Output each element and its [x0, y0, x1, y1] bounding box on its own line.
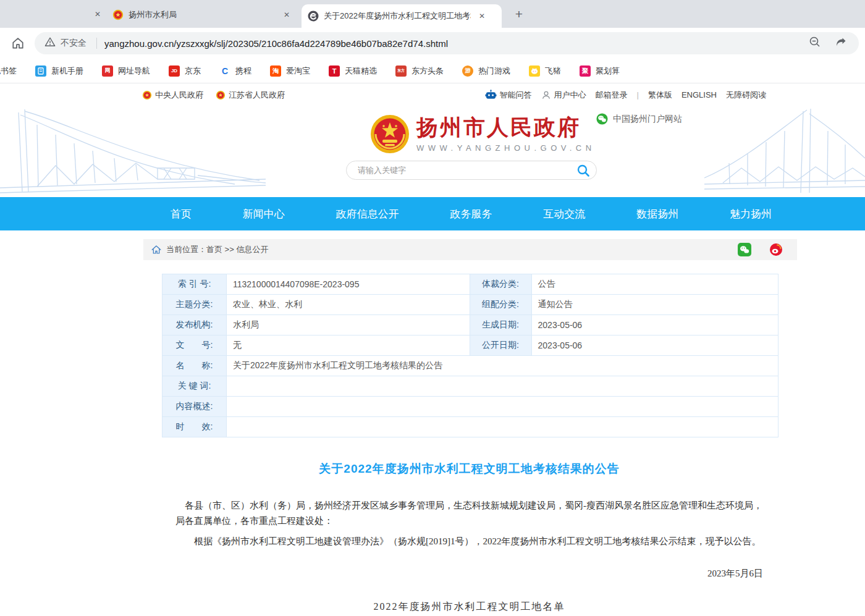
close-icon[interactable]: ✕	[476, 10, 488, 22]
site-search	[346, 161, 597, 180]
bookmark-label: 爱淘宝	[286, 65, 310, 77]
site-name: 扬州市人民政府	[416, 114, 596, 142]
address-bar[interactable]: 不安全 yangzhou.gov.cn/yzszxxgk/slj/202305/…	[35, 32, 859, 54]
nav-item-interaction[interactable]: 互动交流	[543, 207, 585, 221]
breadcrumb[interactable]: 当前位置：首页 >> 信息公开	[166, 244, 268, 255]
bookmark-label: 新机手册	[51, 65, 83, 77]
table-row: 关 键 词:	[162, 376, 778, 397]
site-e-favicon	[308, 11, 319, 22]
main-navigation: 首页 新闻中心 政府信息公开 政务服务 互动交流 数据扬州 魅力扬州	[0, 197, 865, 230]
tab-announcement-active[interactable]: 关于2022年度扬州市水利工程文明工地考核结果的公告 ✕	[302, 4, 502, 28]
wechat-icon	[596, 113, 608, 125]
meta-value: 无	[226, 335, 470, 356]
new-tab-button[interactable]: +	[510, 6, 528, 23]
search-input[interactable]	[357, 165, 574, 175]
meta-label: 内容概述:	[162, 397, 227, 417]
article-paragraph: 各县（市、区）水利（务）局，扬州经济开发区城乡事务管理局，生态科技新城规划建设局…	[175, 498, 763, 529]
article-list-title: 2022年度扬州市水利工程文明工地名单	[175, 601, 763, 614]
zoom-out-icon[interactable]	[808, 35, 822, 51]
ctrip-dolphin-icon: C	[219, 65, 230, 77]
article-body: 关于2022年度扬州市水利工程文明工地考核结果的公告 各县（市、区）水利（务）局…	[143, 461, 797, 614]
nav-item-services[interactable]: 政务服务	[450, 207, 492, 221]
search-icon[interactable]	[574, 162, 593, 179]
mailbox-login-link[interactable]: 邮箱登录	[596, 90, 628, 101]
smart-qa-link[interactable]: 智能问答	[485, 90, 532, 101]
url-text[interactable]: yangzhou.gov.cn/yzszxxgk/slj/202305/210c…	[104, 38, 808, 49]
link-central-government[interactable]: 中央人民政府	[142, 90, 203, 101]
fliggy-pig-icon	[529, 65, 540, 77]
national-emblem-icon	[216, 90, 226, 100]
traditional-chinese-link[interactable]: 繁体版	[648, 90, 672, 101]
bookmark-label: 网址导航	[118, 65, 150, 77]
bookmark-label: 飞猪	[545, 65, 561, 77]
bookmark-item[interactable]: JD 京东	[169, 65, 201, 77]
portal-label: 中国扬州门户网站	[613, 114, 682, 125]
close-icon[interactable]: ✕	[91, 8, 104, 20]
portal-link[interactable]: 中国扬州门户网站	[596, 113, 682, 125]
meta-value	[226, 376, 778, 397]
article-title: 关于2022年度扬州市水利工程文明工地考核结果的公告	[175, 461, 763, 477]
meta-label: 索 引 号:	[162, 274, 227, 295]
nav-item-charm[interactable]: 魅力扬州	[730, 207, 772, 221]
meta-label: 生成日期:	[470, 315, 531, 335]
manual-icon	[35, 65, 46, 77]
jd-icon: JD	[169, 65, 180, 77]
meta-label: 关 键 词:	[162, 376, 227, 397]
site-logo[interactable]: 扬州市人民政府 WWW.YANGZHOU.GOV.CN	[369, 114, 596, 154]
table-row: 时 效:	[162, 417, 778, 437]
national-emblem-icon	[142, 90, 152, 100]
meta-value	[226, 417, 778, 437]
gov-links-bar: 中央人民政府 江苏省人民政府 智能问答	[0, 83, 865, 106]
tab-title: 关于2022年度扬州市水利工程文明工地考核结果的公告	[324, 11, 471, 22]
meta-value: 关于2022年度扬州市水利工程文明工地考核结果的公告	[226, 356, 778, 376]
nav-site-icon: 网	[102, 65, 113, 77]
user-center-link[interactable]: 用户中心	[541, 90, 586, 101]
accessibility-link[interactable]: 无障碍阅读	[726, 90, 766, 101]
content-area: 当前位置：首页 >> 信息公开 索 引 号: 11321000014407098…	[143, 239, 797, 614]
link-jiangsu-government[interactable]: 江苏省人民政府	[216, 90, 285, 101]
share-icon[interactable]	[834, 35, 848, 51]
robot-icon	[485, 90, 497, 100]
bookmark-item[interactable]: C 携程	[219, 65, 251, 77]
meta-value: 11321000014407098E-2023-095	[226, 274, 470, 295]
table-row: 主题分类: 农业、林业、水利 组配分类: 通知公告	[162, 295, 778, 315]
meta-label: 公开日期:	[470, 335, 531, 356]
bookmark-item[interactable]: 聚 聚划算	[580, 65, 620, 77]
bookmark-label: 机书签	[0, 65, 17, 77]
bookmark-item[interactable]: 淘 爱淘宝	[270, 65, 310, 77]
weibo-share-icon[interactable]	[769, 243, 783, 256]
bookmarks-bar: 机书签 新机手册 网 网址导航 JD 京东 C 携程 淘 爱淘宝 T 天猫精选 …	[0, 59, 865, 83]
browser-tab-strip: ✕ 扬州市水利局 ✕ 关于2022年度扬州市水利工程文明工地考核结果的公告 ✕ …	[0, 0, 865, 28]
bookmark-label: 东方头条	[411, 65, 444, 77]
bookmark-item[interactable]: 东方 东方头条	[395, 65, 444, 77]
home-icon	[151, 245, 161, 254]
english-link[interactable]: ENGLISH	[681, 90, 717, 99]
bookmark-item[interactable]: 新机手册	[35, 65, 83, 77]
close-icon[interactable]: ✕	[281, 9, 293, 21]
meta-value: 农业、林业、水利	[226, 295, 470, 315]
bookmark-item[interactable]: 游 热门游戏	[462, 65, 510, 77]
nav-item-home[interactable]: 首页	[171, 207, 192, 221]
wechat-share-icon[interactable]	[738, 243, 751, 256]
bookmark-item[interactable]: 机书签	[0, 65, 17, 77]
meta-value	[226, 397, 778, 417]
bridge-sketch-right	[704, 106, 865, 197]
bookmark-item[interactable]: 网 网址导航	[102, 65, 150, 77]
warning-icon	[44, 36, 56, 50]
bookmark-item[interactable]: 飞猪	[529, 65, 561, 77]
table-row: 名 称: 关于2022年度扬州市水利工程文明工地考核结果的公告	[162, 356, 778, 376]
site-banner: 扬州市人民政府 WWW.YANGZHOU.GOV.CN 中国扬州门户网站	[0, 106, 865, 197]
bookmark-label: 热门游戏	[478, 65, 510, 77]
home-icon[interactable]	[10, 35, 26, 51]
divider	[96, 38, 97, 49]
nav-item-info-disclosure[interactable]: 政府信息公开	[336, 207, 399, 221]
juhuasuan-icon: 聚	[580, 65, 591, 77]
bookmark-item[interactable]: T 天猫精选	[329, 65, 377, 77]
user-icon	[541, 90, 551, 100]
tab-yangzhou-water-bureau[interactable]: 扬州市水利局 ✕	[106, 5, 302, 25]
nav-item-data[interactable]: 数据扬州	[636, 207, 678, 221]
nav-item-news[interactable]: 新闻中心	[243, 207, 285, 221]
browser-toolbar: 不安全 yangzhou.gov.cn/yzszxxgk/slj/202305/…	[0, 28, 865, 59]
table-row: 文 号: 无 公开日期: 2023-05-06	[162, 335, 778, 356]
security-label[interactable]: 不安全	[61, 38, 86, 49]
